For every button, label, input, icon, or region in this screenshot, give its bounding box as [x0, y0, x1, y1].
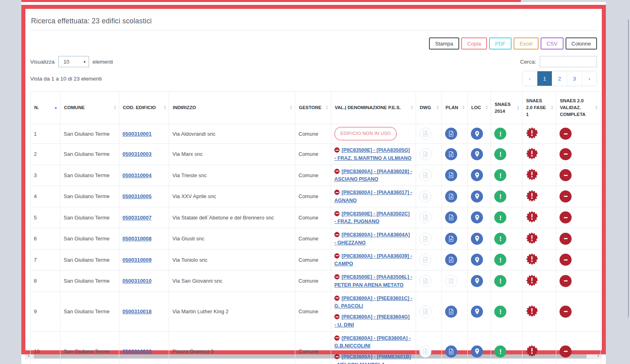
results-info: Vista da 1 a 10 di 23 elementi: [30, 76, 102, 82]
plan-pdf-icon[interactable]: [445, 190, 457, 203]
location-pin-icon[interactable]: [471, 128, 483, 140]
pagination-page-3[interactable]: 3: [567, 71, 582, 86]
column-header-snaes-2014[interactable]: SNAES 2014▲▼: [491, 92, 522, 124]
cell-dwg: [416, 165, 442, 186]
dwg-file-icon[interactable]: [419, 128, 431, 140]
validation-blocked-icon: [560, 169, 572, 181]
pes-link[interactable]: [PIIC83600A] - [PIAA83604A] - GHEZZANO: [334, 232, 410, 246]
cell-gestore: Comune: [295, 165, 331, 186]
building-code-link[interactable]: 0500310004: [122, 172, 151, 178]
column-header-indirizzo[interactable]: INDIRIZZO▲▼: [169, 92, 295, 124]
location-pin-icon[interactable]: [471, 345, 483, 358]
location-pin-icon[interactable]: [471, 211, 483, 223]
dwg-file-icon[interactable]: [419, 306, 431, 318]
building-code-link[interactable]: 0500310005: [122, 193, 151, 199]
column-header-loc[interactable]: LOC▲▼: [468, 92, 491, 124]
dwg-file-icon[interactable]: [419, 169, 431, 181]
plan-pdf-icon[interactable]: [445, 169, 457, 181]
dwg-file-icon[interactable]: [419, 254, 431, 266]
minus-status-icon: [334, 274, 340, 279]
building-code-link[interactable]: 0500310008: [122, 236, 151, 242]
cell-indirizzo: Via Trieste snc: [169, 165, 295, 186]
plan-pdf-icon[interactable]: [445, 233, 457, 245]
fase1-alert-seal-icon: [526, 240, 538, 246]
column-header-label: N.: [34, 104, 39, 111]
page-length-select[interactable]: 10 ▾: [58, 56, 89, 67]
plan-pdf-icon[interactable]: [445, 211, 457, 223]
pes-link[interactable]: [PIIC83500E] - [PIAA83506L] - PETER PAN …: [334, 274, 412, 288]
plan-pdf-icon[interactable]: [445, 345, 457, 358]
title-divider: [30, 30, 597, 31]
column-header-n[interactable]: N.▲: [31, 92, 60, 124]
export-button-excel[interactable]: Excel: [514, 37, 539, 50]
building-code-link[interactable]: 0500310023: [122, 348, 151, 354]
column-header-snaes-2-0-fase-1[interactable]: SNAES 2.0 FASE 1▲▼: [522, 92, 556, 124]
column-header-plan[interactable]: PLAN▲▼: [442, 92, 468, 124]
search-input[interactable]: [540, 56, 597, 67]
column-header-comune[interactable]: COMUNE▲▼: [60, 92, 119, 124]
fase1-alert-seal-icon: [526, 197, 538, 203]
plan-pdf-icon[interactable]: [445, 254, 457, 266]
cell-codice-edificio: 0500310003: [119, 144, 169, 165]
pes-link[interactable]: [PIIC83600A] - [PIIC83600A] - G.B.NICCOL…: [334, 335, 411, 349]
location-pin-icon[interactable]: [471, 275, 483, 287]
pagination-page-2[interactable]: 2: [552, 71, 567, 86]
plan-pdf-icon[interactable]: [445, 275, 457, 287]
column-header-dwg[interactable]: DWG▲▼: [416, 92, 442, 124]
column-header-snaes-2-0-validaz-completa[interactable]: SNAES 2.0 VALIDAZ. COMPLETA▲▼: [556, 92, 601, 124]
screenshot-root: ◂ ▸ Ricerca effettuata: 23 edifici scola…: [0, 0, 630, 364]
building-code-link[interactable]: 0500310009: [122, 257, 151, 263]
column-header-cod-edificio[interactable]: COD. EDIFICIO▲▼: [119, 92, 169, 124]
pes-link[interactable]: [PIIC83600A] - [PIAA836039] - CAMPO: [334, 253, 412, 267]
export-button-pdf[interactable]: PDF: [489, 37, 512, 50]
building-not-in-use-badge: EDIFICIO NON IN USO: [334, 127, 397, 140]
plan-pdf-icon[interactable]: [445, 306, 457, 318]
cell-comune: San Giuliano Terme: [60, 186, 119, 207]
cell-snaes-2014: [491, 292, 522, 331]
pagination-next[interactable]: ›: [582, 71, 597, 86]
pes-link[interactable]: [PIIC83600A] - [PIAA836017] - AGNANO: [334, 190, 412, 203]
dwg-file-icon[interactable]: [419, 275, 431, 287]
pagination-prev[interactable]: ‹: [522, 71, 537, 86]
pes-link[interactable]: [PIIC83600A] - [PIEE83604G] - U. DINI: [334, 314, 410, 328]
column-header-label: COD. EDIFICIO: [123, 104, 156, 111]
dwg-file-icon[interactable]: [419, 148, 431, 160]
column-header-gestore[interactable]: GESTORE▲▼: [295, 92, 331, 124]
info-row: Vista da 1 a 10 di 23 elementi ‹123›: [30, 71, 597, 86]
toolbar-row: StampaCopiaPDFExcelCSVColonne: [30, 37, 597, 50]
location-pin-icon[interactable]: [471, 233, 483, 245]
building-code-link[interactable]: 0500310018: [122, 308, 151, 314]
validation-blocked-icon: [560, 148, 572, 160]
dwg-file-icon[interactable]: [419, 345, 431, 358]
dwg-file-icon[interactable]: [419, 233, 431, 245]
building-code-link[interactable]: 0500310001: [122, 131, 151, 137]
column-header-val-denominazione-p-e-s[interactable]: VAL.| DENOMINAZIONE P.E.S.▲▼: [331, 92, 416, 124]
location-pin-icon[interactable]: [471, 254, 483, 266]
pagination-page-1[interactable]: 1: [537, 71, 552, 86]
location-pin-icon[interactable]: [471, 169, 483, 181]
building-code-link[interactable]: 0500310010: [122, 278, 151, 284]
dwg-file-icon[interactable]: [419, 190, 431, 203]
pes-link[interactable]: [PIIC83600A] - [PIEE83601C] - G. PASCOLI: [334, 296, 412, 309]
location-pin-icon[interactable]: [471, 148, 483, 160]
plan-pdf-icon[interactable]: [445, 128, 457, 140]
pes-link[interactable]: [PIIC83600A] - [PIAA836028] - ASCIANO PI…: [334, 169, 412, 182]
cell-loc: [468, 292, 491, 331]
export-button-stampa[interactable]: Stampa: [429, 37, 459, 50]
building-code-link[interactable]: 0500310003: [122, 151, 151, 157]
pes-link[interactable]: [PIIC83500E] - [PIAA83505G] - FRAZ. S.MA…: [334, 147, 411, 161]
location-pin-icon[interactable]: [471, 190, 483, 203]
length-menu: Visualizza 10 ▾ elementi: [30, 56, 113, 67]
plan-pdf-icon[interactable]: [445, 148, 457, 160]
pes-link[interactable]: [PIIC83600A] - [PIMM83601B] - NELSON MAN…: [334, 354, 411, 364]
dwg-file-icon[interactable]: [419, 211, 431, 223]
building-code-link[interactable]: 0500310007: [122, 215, 151, 221]
export-button-colonne[interactable]: Colonne: [566, 37, 597, 50]
pes-link[interactable]: [PIIC83500E] - [PIAA83502C] - FRAZ. PUGN…: [334, 211, 410, 225]
snaes2014-ok-icon: [494, 128, 506, 140]
export-button-copia[interactable]: Copia: [461, 37, 487, 50]
location-pin-icon[interactable]: [471, 306, 483, 318]
export-button-csv[interactable]: CSV: [541, 37, 564, 50]
cell-codice-edificio: 0500310008: [119, 228, 169, 250]
pes-entry: [PIIC83600A] - [PIAA836039] - CAMPO: [334, 252, 412, 268]
